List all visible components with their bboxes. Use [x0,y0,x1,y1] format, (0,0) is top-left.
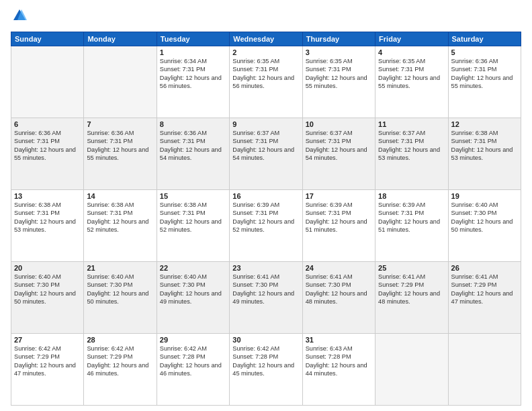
table-row: 8Sunrise: 6:36 AM Sunset: 7:31 PM Daylig… [157,118,229,189]
day-info: Sunrise: 6:41 AM Sunset: 7:29 PM Dayligh… [378,273,445,306]
day-info: Sunrise: 6:36 AM Sunset: 7:31 PM Dayligh… [160,129,226,163]
table-row: 19Sunrise: 6:40 AM Sunset: 7:30 PM Dayli… [448,189,521,261]
day-info: Sunrise: 6:43 AM Sunset: 7:28 PM Dayligh… [306,345,372,378]
day-number: 2 [232,48,299,56]
calendar-week-row: 13Sunrise: 6:38 AM Sunset: 7:31 PM Dayli… [11,189,521,261]
day-info: Sunrise: 6:39 AM Sunset: 7:31 PM Dayligh… [378,201,445,234]
table-row: 16Sunrise: 6:39 AM Sunset: 7:31 PM Dayli… [230,189,302,261]
table-row: 11Sunrise: 6:37 AM Sunset: 7:31 PM Dayli… [375,118,448,189]
day-info: Sunrise: 6:40 AM Sunset: 7:30 PM Dayligh… [451,201,518,234]
day-info: Sunrise: 6:40 AM Sunset: 7:30 PM Dayligh… [87,273,153,306]
day-number: 22 [160,264,226,272]
col-thursday: Thursday [302,32,375,46]
day-number: 31 [306,336,372,344]
page: Sunday Monday Tuesday Wednesday Thursday… [0,0,532,411]
day-number: 26 [451,264,518,272]
col-saturday: Saturday [448,32,521,46]
table-row: 10Sunrise: 6:37 AM Sunset: 7:31 PM Dayli… [302,118,375,189]
day-number: 1 [160,48,226,56]
table-row: 21Sunrise: 6:40 AM Sunset: 7:30 PM Dayli… [84,261,157,333]
day-info: Sunrise: 6:39 AM Sunset: 7:31 PM Dayligh… [306,201,372,234]
day-info: Sunrise: 6:35 AM Sunset: 7:31 PM Dayligh… [306,57,372,91]
table-row: 20Sunrise: 6:40 AM Sunset: 7:30 PM Dayli… [11,261,84,333]
table-row: 12Sunrise: 6:38 AM Sunset: 7:31 PM Dayli… [448,118,521,189]
table-row [11,46,84,118]
day-number: 20 [14,264,81,272]
table-row: 23Sunrise: 6:41 AM Sunset: 7:30 PM Dayli… [230,261,302,333]
day-number: 7 [87,120,153,128]
table-row: 24Sunrise: 6:41 AM Sunset: 7:30 PM Dayli… [302,261,375,333]
day-info: Sunrise: 6:42 AM Sunset: 7:29 PM Dayligh… [14,345,81,378]
day-info: Sunrise: 6:36 AM Sunset: 7:31 PM Dayligh… [87,129,153,163]
table-row: 7Sunrise: 6:36 AM Sunset: 7:31 PM Daylig… [84,118,157,189]
day-number: 27 [14,336,81,344]
col-friday: Friday [375,32,448,46]
day-info: Sunrise: 6:41 AM Sunset: 7:30 PM Dayligh… [232,273,299,306]
table-row: 18Sunrise: 6:39 AM Sunset: 7:31 PM Dayli… [375,189,448,261]
table-row: 25Sunrise: 6:41 AM Sunset: 7:29 PM Dayli… [375,261,448,333]
day-number: 18 [378,192,445,200]
day-info: Sunrise: 6:38 AM Sunset: 7:31 PM Dayligh… [451,129,518,163]
day-number: 5 [451,48,518,56]
day-info: Sunrise: 6:37 AM Sunset: 7:31 PM Dayligh… [378,129,445,163]
table-row: 28Sunrise: 6:42 AM Sunset: 7:29 PM Dayli… [84,333,157,405]
col-wednesday: Wednesday [230,32,302,46]
table-row: 15Sunrise: 6:38 AM Sunset: 7:31 PM Dayli… [157,189,229,261]
day-info: Sunrise: 6:38 AM Sunset: 7:31 PM Dayligh… [14,201,81,234]
table-row: 13Sunrise: 6:38 AM Sunset: 7:31 PM Dayli… [11,189,84,261]
table-row: 9Sunrise: 6:37 AM Sunset: 7:31 PM Daylig… [230,118,302,189]
day-info: Sunrise: 6:36 AM Sunset: 7:31 PM Dayligh… [451,57,518,91]
day-number: 19 [451,192,518,200]
header [11,8,521,26]
day-number: 6 [14,120,81,128]
day-info: Sunrise: 6:35 AM Sunset: 7:31 PM Dayligh… [378,57,445,91]
table-row: 3Sunrise: 6:35 AM Sunset: 7:31 PM Daylig… [302,46,375,118]
day-number: 16 [232,192,299,200]
day-number: 14 [87,192,153,200]
table-row: 30Sunrise: 6:42 AM Sunset: 7:28 PM Dayli… [230,333,302,405]
day-number: 13 [14,192,81,200]
table-row: 26Sunrise: 6:41 AM Sunset: 7:29 PM Dayli… [448,261,521,333]
table-row [84,46,157,118]
day-number: 17 [306,192,372,200]
table-row: 17Sunrise: 6:39 AM Sunset: 7:31 PM Dayli… [302,189,375,261]
day-info: Sunrise: 6:40 AM Sunset: 7:30 PM Dayligh… [160,273,226,306]
day-info: Sunrise: 6:38 AM Sunset: 7:31 PM Dayligh… [87,201,153,234]
day-number: 9 [232,120,299,128]
table-row: 5Sunrise: 6:36 AM Sunset: 7:31 PM Daylig… [448,46,521,118]
day-number: 15 [160,192,226,200]
day-number: 21 [87,264,153,272]
calendar-week-row: 6Sunrise: 6:36 AM Sunset: 7:31 PM Daylig… [11,118,521,189]
calendar-table: Sunday Monday Tuesday Wednesday Thursday… [11,32,521,406]
table-row: 1Sunrise: 6:34 AM Sunset: 7:31 PM Daylig… [157,46,229,118]
day-number: 28 [87,336,153,344]
day-number: 23 [232,264,299,272]
day-number: 3 [306,48,372,56]
calendar-header-row: Sunday Monday Tuesday Wednesday Thursday… [11,32,521,46]
table-row: 4Sunrise: 6:35 AM Sunset: 7:31 PM Daylig… [375,46,448,118]
col-monday: Monday [84,32,157,46]
table-row: 29Sunrise: 6:42 AM Sunset: 7:28 PM Dayli… [157,333,229,405]
table-row: 31Sunrise: 6:43 AM Sunset: 7:28 PM Dayli… [302,333,375,405]
day-number: 25 [378,264,445,272]
day-info: Sunrise: 6:37 AM Sunset: 7:31 PM Dayligh… [306,129,372,163]
day-info: Sunrise: 6:42 AM Sunset: 7:28 PM Dayligh… [232,345,299,378]
table-row: 27Sunrise: 6:42 AM Sunset: 7:29 PM Dayli… [11,333,84,405]
calendar-week-row: 27Sunrise: 6:42 AM Sunset: 7:29 PM Dayli… [11,333,521,405]
table-row: 6Sunrise: 6:36 AM Sunset: 7:31 PM Daylig… [11,118,84,189]
day-number: 10 [306,120,372,128]
table-row [375,333,448,405]
table-row [448,333,521,405]
logo-icon [12,8,27,23]
day-number: 8 [160,120,226,128]
day-info: Sunrise: 6:34 AM Sunset: 7:31 PM Dayligh… [160,57,226,91]
day-number: 29 [160,336,226,344]
day-number: 4 [378,48,445,56]
calendar-week-row: 1Sunrise: 6:34 AM Sunset: 7:31 PM Daylig… [11,46,521,118]
day-info: Sunrise: 6:41 AM Sunset: 7:30 PM Dayligh… [306,273,372,306]
day-number: 24 [306,264,372,272]
day-info: Sunrise: 6:41 AM Sunset: 7:29 PM Dayligh… [451,273,518,306]
calendar-week-row: 20Sunrise: 6:40 AM Sunset: 7:30 PM Dayli… [11,261,521,333]
col-tuesday: Tuesday [157,32,229,46]
day-info: Sunrise: 6:39 AM Sunset: 7:31 PM Dayligh… [232,201,299,234]
